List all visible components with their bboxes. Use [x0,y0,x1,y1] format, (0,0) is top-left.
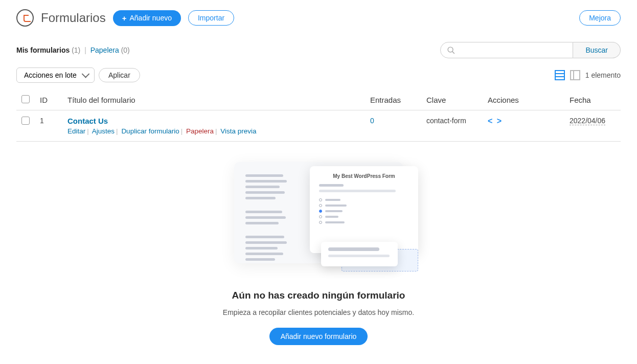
trash-tab[interactable]: Papelera [90,46,119,54]
page-title: Formularios [41,11,106,25]
select-all-checkbox[interactable] [21,95,30,103]
form-key: contact-form [421,110,483,142]
form-title-link[interactable]: Contact Us [67,117,108,125]
search-button[interactable]: Buscar [573,42,621,58]
search-icon [447,46,456,55]
toolbar: Acciones en lote Aplicar 1 elemento [16,67,621,83]
col-date[interactable]: Fecha [564,90,621,110]
empty-state-illustration: My Best WordPress Form [234,162,403,275]
col-actions[interactable]: Acciones [483,90,564,110]
upgrade-button[interactable]: Mejora [579,10,621,26]
empty-state-subtitle: Empieza a recopilar clientes potenciales… [16,308,621,316]
svg-point-0 [448,47,453,52]
row-id: 1 [35,110,62,142]
settings-link[interactable]: Ajustes [92,127,115,135]
apply-button[interactable]: Aplicar [99,68,140,82]
svg-line-1 [452,51,454,53]
grid-view-icon[interactable] [570,70,580,80]
empty-state-title: Aún no has creado ningún formulario [16,290,621,301]
search-input[interactable] [456,44,566,56]
trash-count: (0) [121,46,130,54]
duplicate-link[interactable]: Duplicar formulario [121,127,179,135]
col-id[interactable]: ID [35,90,62,110]
empty-state: My Best WordPress Form Aún no has creado… [16,142,621,364]
add-new-label: Añadir nuevo [129,14,172,22]
import-button[interactable]: Importar [188,10,234,26]
col-title[interactable]: Título del formulario [62,90,365,110]
item-count-label: 1 elemento [585,71,621,79]
search-form: Buscar [440,42,621,58]
sub-navigation: Mis formularios (1) | Papelera (0) Busca… [16,42,621,58]
app-logo-icon [16,9,34,27]
plus-icon: + [122,14,127,22]
forms-table: ID Título del formulario Entradas Clave … [16,90,621,142]
col-key[interactable]: Clave [421,90,483,110]
shortcode-icon[interactable]: < > [488,117,503,125]
row-checkbox[interactable] [21,117,30,125]
preview-link[interactable]: Vista previa [220,127,256,135]
add-new-button[interactable]: + Añadir nuevo [113,10,181,26]
row-actions: Editar| Ajustes| Duplicar formulario| Pa… [67,127,360,135]
trash-link[interactable]: Papelera [186,127,214,135]
my-forms-tab[interactable]: Mis formularios [16,46,70,54]
svg-rect-5 [571,71,580,80]
form-date: 2022/04/06 [570,117,605,125]
header: Formularios + Añadir nuevo Importar Mejo… [16,9,621,27]
edit-link[interactable]: Editar [67,127,85,135]
list-view-icon[interactable] [555,70,565,80]
entries-count-link[interactable]: 0 [370,117,374,125]
col-entries[interactable]: Entradas [365,90,421,110]
table-row: 1 Contact Us Editar| Ajustes| Duplicar f… [16,110,621,142]
my-forms-count: (1) [72,46,80,54]
svg-rect-2 [555,71,564,80]
add-new-form-button[interactable]: Añadir nuevo formulario [269,328,368,345]
bulk-actions-select[interactable]: Acciones en lote [16,67,95,83]
